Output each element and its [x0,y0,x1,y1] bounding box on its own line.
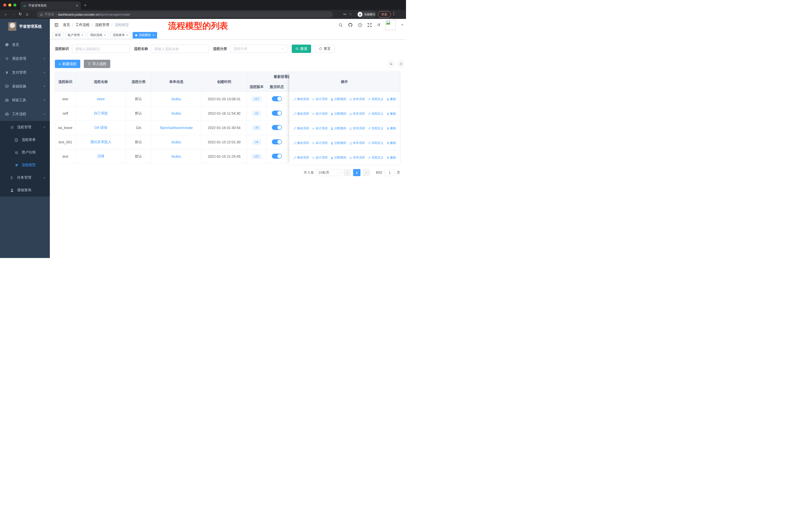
browser-update-button[interactable]: 更新 [378,11,391,18]
action-edit[interactable]: 修改流程 [293,126,309,131]
form-info-link[interactable]: biubiu [172,97,181,101]
process-name-input[interactable] [151,45,209,53]
reload-icon[interactable]: ↻ [19,12,22,17]
model-name-link[interactable]: 滔博 [97,154,105,158]
action-publish-hand[interactable]: 发布流程 [349,141,365,145]
sidebar-item-task-mgmt[interactable]: 任务管理 [0,171,50,184]
action-design-gear[interactable]: 设计流程 [312,141,328,145]
active-toggle[interactable] [272,96,282,101]
action-trash[interactable]: 删除 [386,97,396,101]
address-bar[interactable]: 不安全 dashboard.yudao.iocoder.cn/bpm/manag… [37,11,333,18]
sidebar-item-user-group[interactable]: 用户分组 [0,146,50,159]
tag-my-process[interactable]: 我的流程✕ [88,32,108,38]
font-size-icon[interactable]: TT [377,23,380,27]
action-design-gear[interactable]: 设计流程 [312,156,328,160]
home-icon[interactable]: ⌂ [26,12,28,17]
forward-icon[interactable]: → [11,12,15,16]
active-toggle[interactable] [272,111,282,116]
sidebar-item-process-model[interactable]: 流程模型 [0,159,50,171]
sidebar-item-process-mgmt[interactable]: 流程管理 [0,121,50,134]
action-definition-clip[interactable]: 流程定义 [368,156,384,160]
action-assign-user[interactable]: 分配规则 [330,156,346,160]
current-page-button[interactable]: 1 [353,169,360,176]
tag-process-model[interactable]: 流程模型✕ [133,32,157,38]
action-trash[interactable]: 删除 [386,141,396,145]
form-info-link[interactable]: biubiu [172,155,181,159]
zoom-window-button[interactable] [13,3,17,6]
key-icon[interactable] [343,12,347,16]
page-size-select[interactable]: 10条/页 [316,169,341,176]
action-publish-hand[interactable]: 发布流程 [349,97,365,101]
action-trash[interactable]: 删除 [386,156,396,160]
form-info-link[interactable]: biubiu [172,140,181,144]
active-toggle[interactable] [272,154,282,159]
model-name-link[interactable]: OA 请假 [94,126,107,130]
prev-page-button[interactable]: ‹ [344,169,351,176]
sidebar-item-workflow[interactable]: 工作流程 [0,107,50,121]
sidebar-item-leave-query[interactable]: 请假查询 [0,184,50,196]
action-assign-user[interactable]: 分配规则 [330,126,346,131]
breadcrumb-item[interactable]: 首页 [63,23,70,27]
model-name-link[interactable]: 自己审批 [94,111,108,115]
create-process-button[interactable]: + 新建流程 [55,60,80,68]
model-name-link[interactable]: 测试多审批人 [90,140,112,144]
action-edit[interactable]: 修改流程 [293,97,309,101]
version-badge[interactable]: v21 [252,154,262,159]
action-publish-hand[interactable]: 发布流程 [349,126,365,131]
breadcrumb-item[interactable]: 工作流程 [76,23,90,27]
tag-home[interactable]: 首页 [52,32,63,38]
model-name-link[interactable]: eeee [97,97,105,101]
chevron-down-icon[interactable] [401,24,404,26]
bookmark-star-icon[interactable]: ☆ [349,12,352,16]
close-icon[interactable]: ✕ [104,34,106,36]
toggle-search-button[interactable] [387,60,395,67]
sidebar-item-payment[interactable]: ¥ 支付管理 [0,65,50,79]
action-trash[interactable]: 删除 [386,112,396,116]
search-button[interactable]: 搜索 [292,45,311,53]
close-icon[interactable]: ✕ [152,34,154,36]
version-badge[interactable]: v2 [253,111,261,116]
tag-process-form[interactable]: 流程表单✕ [110,32,131,38]
github-icon[interactable] [348,23,353,27]
avatar[interactable] [385,20,396,30]
version-badge[interactable]: v5 [253,125,261,130]
form-info-link[interactable]: /bpm/oa/leave/create [160,126,193,130]
close-window-button[interactable] [3,3,6,6]
action-design-gear[interactable]: 设计流程 [312,126,328,131]
new-tab-button[interactable]: + [84,2,87,8]
active-toggle[interactable] [272,139,282,144]
process-key-input[interactable] [72,45,130,53]
sidebar-item-devtools[interactable]: 研发工具 [0,93,50,107]
search-icon[interactable] [339,23,343,27]
back-icon[interactable]: ← [4,12,8,16]
action-edit[interactable]: 修改流程 [293,141,309,145]
action-edit[interactable]: 修改流程 [293,112,309,116]
reset-button[interactable]: 重置 [315,45,335,53]
sidebar-logo[interactable]: 芋道管理系统 [0,19,50,34]
sidebar-item-infra[interactable]: 基础设施 [0,79,50,93]
security-chip[interactable]: 不安全 [45,12,54,17]
form-info-link[interactable]: biubiu [172,111,181,115]
action-definition-clip[interactable]: 流程定义 [368,141,384,145]
action-definition-clip[interactable]: 流程定义 [368,112,384,116]
action-trash[interactable]: 删除 [386,126,396,131]
action-publish-hand[interactable]: 发布流程 [349,112,365,116]
next-page-button[interactable]: › [363,169,370,176]
close-icon[interactable]: ✕ [81,34,83,36]
category-select[interactable]: 流程分类 [230,45,287,53]
browser-tab[interactable]: 芋道管理系统 ✕ [20,1,81,10]
sidebar-item-system[interactable]: 系统管理 [0,52,50,65]
import-process-button[interactable]: 导入流程 [84,60,110,68]
active-toggle[interactable] [272,125,282,130]
action-definition-clip[interactable]: 流程定义 [368,97,384,101]
help-icon[interactable]: ? [358,23,362,27]
goto-page-input[interactable] [385,169,395,176]
sidebar-item-home[interactable]: 首页 [0,38,50,52]
action-definition-clip[interactable]: 流程定义 [368,126,384,131]
close-icon[interactable]: ✕ [126,34,128,36]
action-assign-user[interactable]: 分配规则 [330,97,346,101]
action-design-gear[interactable]: 设计流程 [312,112,328,116]
tag-tenant[interactable]: 租户管理✕ [65,32,86,38]
action-assign-user[interactable]: 分配规则 [330,141,346,145]
window-controls[interactable] [3,3,17,6]
